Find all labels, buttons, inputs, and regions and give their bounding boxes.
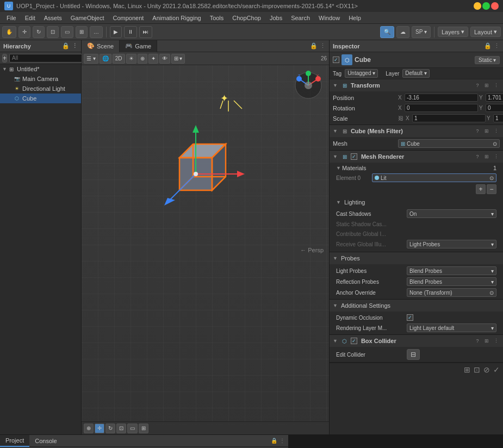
box-collider-menu-icon[interactable]: ⋮: [492, 337, 500, 345]
receive-global-dropdown[interactable]: Light Probes ▾: [407, 240, 496, 248]
account-button[interactable]: SP ▾: [412, 26, 431, 38]
transform-help-icon[interactable]: ?: [474, 82, 481, 89]
step-button[interactable]: ⏭: [139, 26, 152, 38]
scale-y-input[interactable]: [493, 114, 503, 122]
scale-tool-button[interactable]: ⊡: [47, 26, 59, 38]
collab-button[interactable]: ☁: [396, 26, 409, 38]
transform-menu-icon[interactable]: ⋮: [492, 82, 500, 89]
menu-animation-rigging[interactable]: Animation Rigging: [148, 14, 205, 22]
material-0-field[interactable]: Lit ⊙: [372, 173, 496, 182]
scene-gizmos-button[interactable]: ⊞ ▾: [171, 54, 185, 64]
additional-settings-header[interactable]: ▼ Additional Settings: [330, 300, 503, 312]
probes-header[interactable]: ▼ Probes: [330, 252, 503, 264]
tag-select[interactable]: Untagged ▾: [345, 69, 378, 78]
menu-tools[interactable]: Tools: [206, 14, 228, 22]
hierarchy-menu-icon[interactable]: ⋮: [72, 42, 78, 49]
material-0-select-icon[interactable]: ⊙: [489, 175, 494, 181]
inspector-scroll-area[interactable]: ⬡ Cube Static ▾ Tag Untagged ▾ Layer Def…: [330, 52, 503, 434]
pause-button[interactable]: ⏸: [124, 26, 137, 38]
scene-rotate-btn[interactable]: ↻: [105, 424, 115, 433]
material-add-button[interactable]: +: [476, 184, 486, 194]
project-menu-icon[interactable]: ⋮: [280, 438, 285, 444]
layers-button[interactable]: Layers ▾: [438, 27, 468, 37]
inspector-collab-icon[interactable]: ⊘: [483, 365, 490, 374]
hierarchy-item-directional-light[interactable]: ☀ Directional Light: [0, 84, 81, 94]
scene-viewport[interactable]: ✦: [82, 65, 329, 434]
position-x-input[interactable]: [405, 94, 478, 102]
scene-grid-button[interactable]: 🌐: [100, 54, 111, 64]
scene-pivot-btn[interactable]: ⊕: [84, 424, 94, 433]
play-button[interactable]: ▶: [110, 26, 122, 38]
hierarchy-item-untitled[interactable]: ▼ ⊞ Untitled*: [0, 64, 81, 74]
move-tool-button[interactable]: ✛: [18, 26, 30, 38]
anchor-select-icon[interactable]: ⊙: [489, 290, 494, 296]
tab-console[interactable]: Console: [29, 435, 62, 447]
transform-tool-button[interactable]: ⊞: [76, 26, 88, 38]
inspector-audio-icon[interactable]: ⊡: [474, 365, 480, 374]
custom-tool-button[interactable]: …: [90, 26, 103, 38]
scale-x-input[interactable]: [412, 114, 486, 122]
menu-edit[interactable]: Edit: [21, 14, 40, 22]
inspector-check-icon[interactable]: ✓: [493, 365, 500, 374]
mesh-filter-settings-icon[interactable]: ⊞: [483, 127, 490, 135]
static-button[interactable]: Static ▾: [475, 56, 500, 64]
rotation-x-input[interactable]: [405, 104, 478, 112]
scene-fx-button[interactable]: ✦: [148, 54, 158, 64]
tab-scene[interactable]: 🎨 Scene: [82, 40, 120, 52]
layer-select[interactable]: Default ▾: [402, 69, 429, 78]
scene-rect-btn[interactable]: ▭: [127, 424, 138, 433]
menu-file[interactable]: File: [2, 14, 21, 22]
rotate-tool-button[interactable]: ↻: [33, 26, 45, 38]
minimize-button[interactable]: [474, 2, 481, 10]
mesh-filter-menu-icon[interactable]: ⋮: [492, 127, 500, 135]
menu-search[interactable]: Search: [287, 14, 314, 22]
menu-assets[interactable]: Assets: [40, 14, 66, 22]
mesh-renderer-menu-icon[interactable]: ⋮: [492, 153, 500, 160]
mesh-renderer-active-checkbox[interactable]: [351, 153, 357, 160]
rect-tool-button[interactable]: ▭: [61, 26, 73, 38]
rendering-layer-dropdown[interactable]: Light Layer default ▾: [407, 323, 496, 332]
menu-help[interactable]: Help: [344, 14, 365, 22]
position-y-input[interactable]: [486, 94, 503, 102]
box-collider-help-icon[interactable]: ?: [474, 337, 481, 345]
dynamic-occlusion-checkbox[interactable]: [407, 314, 413, 321]
scene-menu-icon[interactable]: ⋮: [320, 42, 326, 49]
scene-draw-mode-button[interactable]: ☰ ▾: [84, 54, 98, 64]
mesh-renderer-help-icon[interactable]: ?: [474, 153, 481, 160]
menu-gameobject[interactable]: GameObject: [66, 14, 109, 22]
transform-settings-icon[interactable]: ⊞: [483, 82, 490, 89]
tab-project[interactable]: Project: [0, 435, 29, 447]
inspector-lock-icon[interactable]: 🔒: [484, 42, 492, 49]
reflection-probes-dropdown[interactable]: Blend Probes ▾: [407, 277, 496, 286]
scene-scale-btn[interactable]: ⊡: [116, 424, 126, 433]
light-probes-dropdown[interactable]: Blend Probes ▾: [407, 266, 496, 275]
lighting-header[interactable]: ▼ Lighting: [333, 196, 500, 208]
menu-window[interactable]: Window: [314, 14, 344, 22]
box-collider-active-checkbox[interactable]: [351, 338, 357, 344]
search-icon-toolbar[interactable]: 🔍: [380, 26, 394, 38]
hierarchy-item-cube[interactable]: ⬡ Cube: [0, 94, 81, 103]
mesh-renderer-header[interactable]: ▼ ⊞ Mesh Renderer ? ⊞ ⋮: [330, 151, 503, 163]
object-active-checkbox[interactable]: [333, 57, 339, 63]
close-button[interactable]: [491, 2, 499, 10]
scene-transform-btn[interactable]: ⊞: [139, 424, 148, 433]
box-collider-header[interactable]: ▼ ⬡ Box Collider ? ⊞ ⋮: [330, 335, 503, 347]
menu-component[interactable]: Component: [108, 14, 148, 22]
inspector-layers-icon[interactable]: ⊞: [464, 365, 470, 374]
scene-audio-button[interactable]: ⊕: [138, 54, 147, 64]
layout-button[interactable]: Layout ▾: [470, 27, 501, 37]
scene-2d-button[interactable]: 2D: [113, 54, 125, 64]
scene-hidden-button[interactable]: 👁: [159, 54, 170, 64]
mesh-select-icon[interactable]: ⊙: [493, 141, 497, 147]
menu-jobs[interactable]: Jobs: [265, 14, 287, 22]
scene-light-button[interactable]: ☀: [126, 54, 136, 64]
scene-move-btn[interactable]: ✛: [95, 424, 104, 433]
rotation-y-input[interactable]: [486, 104, 503, 112]
inspector-menu-icon[interactable]: ⋮: [494, 42, 500, 49]
mesh-filter-header[interactable]: ▼ ⊞ Cube (Mesh Filter) ? ⊞ ⋮: [330, 125, 503, 137]
hand-tool-button[interactable]: ✋: [2, 26, 16, 38]
box-collider-settings-icon[interactable]: ⊞: [483, 337, 490, 345]
mesh-renderer-settings-icon[interactable]: ⊞: [483, 153, 490, 160]
menu-chopchop[interactable]: ChopChop: [228, 14, 265, 22]
material-remove-button[interactable]: −: [487, 184, 496, 194]
